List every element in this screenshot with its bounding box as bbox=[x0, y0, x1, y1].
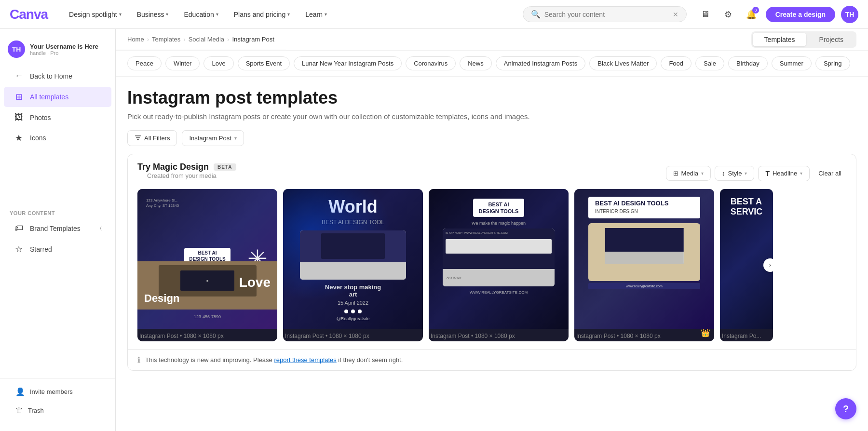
template-grid: 123 Anywhere St.,Any City, ST 12345 BEST… bbox=[128, 189, 856, 349]
template-size: Instagram Post • 1080 × 1080 px bbox=[431, 333, 515, 339]
report-templates-link[interactable]: report these templates bbox=[274, 356, 336, 364]
filter-lunar[interactable]: Lunar New Year Instagram Posts bbox=[294, 56, 402, 70]
style-control-button[interactable]: ↕ Style ▾ bbox=[715, 166, 754, 181]
template-preview: Best Aservic bbox=[720, 189, 773, 329]
template-inner: 123 Anywhere St.,Any City, ST 12345 BEST… bbox=[137, 189, 277, 329]
filter-spring[interactable]: Spring bbox=[815, 56, 850, 70]
projects-tab[interactable]: Projects bbox=[807, 33, 855, 46]
template-size: Instagram Po... bbox=[722, 333, 761, 339]
filter-blm[interactable]: Black Lives Matter bbox=[589, 56, 657, 70]
notice-bar: ℹ This technology is new and improving. … bbox=[128, 349, 856, 370]
help-button[interactable]: ? bbox=[835, 398, 856, 419]
clear-search-icon[interactable]: ✕ bbox=[673, 11, 678, 18]
template-card-partial[interactable]: Best Aservic › Instagram Po... bbox=[720, 189, 773, 341]
sidebar-item-starred[interactable]: ☆ Starred bbox=[4, 239, 111, 259]
breadcrumb-templates[interactable]: Templates bbox=[152, 36, 180, 43]
sidebar-invite-members[interactable]: 👤 Invite members bbox=[8, 382, 108, 401]
sidebar-item-label: Starred bbox=[30, 245, 52, 253]
filter-peace[interactable]: Peace bbox=[127, 56, 162, 70]
settings-icon-btn[interactable]: ⚙ bbox=[719, 6, 737, 23]
type-filter-button[interactable]: Instagram Post ▾ bbox=[182, 130, 244, 146]
filter-summer[interactable]: Summer bbox=[772, 56, 812, 70]
template-size: Instagram Post • 1080 × 1080 px bbox=[285, 333, 369, 339]
nav-plans[interactable]: Plans and pricing ▾ bbox=[227, 8, 297, 21]
sidebar-item-icons[interactable]: ★ Icons bbox=[4, 128, 111, 148]
carousel-next-button[interactable]: › bbox=[763, 258, 773, 272]
search-icon: 🔍 bbox=[531, 10, 541, 19]
create-design-button[interactable]: Create a design bbox=[766, 7, 835, 22]
laptop-mockup bbox=[300, 230, 406, 280]
headline-control-button[interactable]: T Headline ▾ bbox=[758, 166, 810, 181]
page-header: Instagram post templates Pick out ready-… bbox=[116, 77, 868, 121]
template-card[interactable]: Best AIDesign Tools We make the magic ha… bbox=[429, 189, 569, 341]
trash-label: Trash bbox=[28, 407, 44, 414]
template-meta: Instagram Post • 1080 × 1080 px bbox=[429, 329, 569, 341]
sidebar-trash[interactable]: 🗑 Trash bbox=[8, 401, 108, 419]
clear-all-button[interactable]: Clear all bbox=[814, 166, 846, 180]
photo-icon: 🖼 bbox=[14, 112, 24, 122]
template-meta: Instagram Post • 1080 × 1080 px bbox=[137, 329, 277, 341]
nav-actions: 🖥 ⚙ 🔔 3 Create a design TH bbox=[696, 6, 858, 23]
template-preview: Best AI Design ToolsINTERIOR DESIGN www.… bbox=[574, 189, 714, 329]
main-layout: TH Your Username is Here handle · Pro ← … bbox=[0, 29, 868, 431]
svg-rect-2 bbox=[137, 139, 139, 140]
template-card[interactable]: 123 Anywhere St.,Any City, ST 12345 BEST… bbox=[137, 189, 277, 341]
star-outline-icon: ☆ bbox=[14, 244, 24, 255]
template-card[interactable]: World BEST AI DESIGN TOOL Never stop mak… bbox=[283, 189, 423, 341]
laptop-mockup: SHOP NOW • WWW.REALLYGREATSITE.COM ANYTO… bbox=[443, 229, 555, 286]
sidebar-username: Your Username is Here bbox=[30, 43, 108, 50]
notification-btn[interactable]: 🔔 3 bbox=[743, 6, 760, 23]
template-size: Instagram Post • 1080 × 1080 px bbox=[139, 333, 224, 339]
nav-business[interactable]: Business ▾ bbox=[130, 8, 176, 21]
filter-animated[interactable]: Animated Instagram Posts bbox=[496, 56, 585, 70]
filter-icon bbox=[135, 135, 141, 141]
canva-logo[interactable]: Canva bbox=[10, 7, 48, 22]
sidebar-avatar: TH bbox=[8, 40, 25, 58]
templates-tab[interactable]: Templates bbox=[753, 33, 807, 46]
sidebar-handle: handle · Pro bbox=[30, 50, 108, 56]
media-control-button[interactable]: ⊞ Media ▾ bbox=[666, 166, 711, 181]
filter-sale[interactable]: Sale bbox=[695, 56, 724, 70]
nav-education[interactable]: Education ▾ bbox=[177, 8, 225, 21]
page-title: Instagram post templates bbox=[127, 88, 856, 108]
chevron-down-icon: ▾ bbox=[287, 12, 290, 17]
search-input[interactable] bbox=[544, 11, 669, 18]
all-filters-button[interactable]: All Filters bbox=[127, 130, 177, 146]
filter-news[interactable]: News bbox=[460, 56, 492, 70]
breadcrumb-social-media[interactable]: Social Media bbox=[189, 36, 224, 43]
sidebar-item-label: All templates bbox=[30, 93, 68, 101]
svg-rect-1 bbox=[136, 137, 140, 138]
sidebar: TH Your Username is Here handle · Pro ← … bbox=[0, 29, 116, 431]
chevron-down-icon: ▾ bbox=[166, 12, 168, 17]
nav-learn[interactable]: Learn ▾ bbox=[298, 8, 334, 21]
filter-winter[interactable]: Winter bbox=[165, 56, 200, 70]
magic-design-section: Try Magic Design BETA Created from your … bbox=[127, 154, 856, 371]
filter-bar: All Filters Instagram Post ▾ bbox=[116, 130, 868, 154]
breadcrumb-home[interactable]: Home bbox=[127, 36, 144, 43]
breadcrumb-sep-2: › bbox=[183, 36, 185, 43]
avatar[interactable]: TH bbox=[841, 6, 858, 23]
sidebar-back-home[interactable]: ← Back to Home bbox=[4, 66, 111, 86]
filter-love[interactable]: Love bbox=[203, 56, 233, 70]
chevron-down-icon: ▾ bbox=[701, 171, 704, 176]
sidebar-section-label: Your Content bbox=[0, 204, 115, 218]
template-card[interactable]: Best AI Design ToolsINTERIOR DESIGN www.… bbox=[574, 189, 714, 341]
filter-coronavirus[interactable]: Coronavirus bbox=[406, 56, 456, 70]
filter-food[interactable]: Food bbox=[661, 56, 692, 70]
premium-crown-icon: 👑 bbox=[701, 328, 710, 337]
sidebar-item-all-templates[interactable]: ⊞ All templates bbox=[4, 87, 111, 107]
filter-sports[interactable]: Sports Event bbox=[238, 56, 290, 70]
nav-design-spotlight[interactable]: Design spotlight ▾ bbox=[62, 8, 128, 21]
magic-title: Try Magic Design bbox=[137, 162, 209, 172]
template-meta: Instagram Post • 1080 × 1080 px bbox=[283, 329, 423, 341]
chevron-down-icon: ▾ bbox=[234, 135, 237, 141]
sidebar-bottom: 👤 Invite members 🗑 Trash bbox=[0, 378, 115, 423]
sidebar-item-brand-templates[interactable]: 🏷 Brand Templates ⟨ bbox=[4, 218, 111, 238]
sidebar-user: TH Your Username is Here handle · Pro bbox=[0, 37, 115, 66]
monitor-icon-btn[interactable]: 🖥 bbox=[696, 6, 714, 23]
chevron-down-icon: ▾ bbox=[119, 12, 122, 17]
sidebar-item-photos[interactable]: 🖼 Photos bbox=[4, 108, 111, 127]
headline-icon: T bbox=[765, 170, 770, 177]
nav-links: Design spotlight ▾ Business ▾ Education … bbox=[62, 8, 513, 21]
filter-birthday[interactable]: Birthday bbox=[728, 56, 768, 70]
